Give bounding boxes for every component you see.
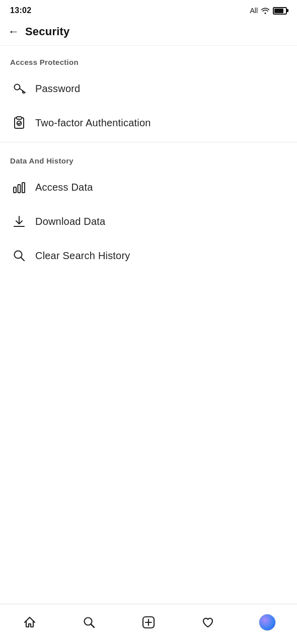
nav-search[interactable]	[77, 610, 102, 635]
page-title: Security	[25, 25, 69, 38]
access-data-label: Access Data	[35, 182, 93, 193]
svg-line-13	[21, 258, 25, 261]
battery-icon	[273, 7, 287, 15]
heart-icon	[201, 615, 215, 629]
bottom-nav	[0, 604, 297, 644]
shield-check-icon	[10, 114, 28, 132]
two-factor-label: Two-factor Authentication	[35, 117, 151, 129]
section-title-data-history: Data And History	[0, 144, 297, 170]
section-access-protection: Access Protection Password	[0, 46, 297, 140]
menu-item-password[interactable]: Password	[0, 71, 297, 106]
svg-rect-9	[22, 183, 25, 193]
signal-text: All	[250, 7, 258, 15]
nav-favorites[interactable]	[195, 610, 220, 635]
section-divider	[0, 142, 297, 142]
svg-point-0	[15, 85, 20, 90]
section-title-access-protection: Access Protection	[0, 46, 297, 71]
svg-rect-7	[14, 187, 16, 193]
menu-item-clear-search-history[interactable]: Clear Search History	[0, 238, 297, 273]
download-icon	[10, 212, 28, 230]
section-data-history: Data And History Access Data Do	[0, 144, 297, 273]
menu-item-two-factor[interactable]: Two-factor Authentication	[0, 106, 297, 140]
svg-rect-5	[17, 117, 22, 119]
nav-add[interactable]	[136, 610, 161, 635]
status-bar: 13:02 All	[0, 0, 297, 20]
home-icon	[23, 615, 37, 629]
search-nav-icon	[82, 615, 96, 629]
password-label: Password	[35, 83, 80, 95]
status-time: 13:02	[10, 6, 31, 15]
nav-home[interactable]	[17, 610, 42, 635]
content: Access Protection Password	[0, 46, 297, 604]
bar-chart-icon	[10, 178, 28, 196]
header: ← Security	[0, 20, 297, 46]
menu-item-access-data[interactable]: Access Data	[0, 170, 297, 204]
download-data-label: Download Data	[35, 216, 105, 227]
key-icon	[10, 79, 28, 98]
avatar-icon	[259, 614, 276, 631]
add-icon	[141, 615, 156, 629]
menu-item-download-data[interactable]: Download Data	[0, 204, 297, 238]
search-history-icon	[10, 247, 28, 265]
nav-profile[interactable]	[255, 610, 280, 635]
svg-rect-8	[18, 185, 21, 193]
status-icons: All	[250, 7, 287, 15]
back-button[interactable]: ←	[8, 26, 19, 37]
wifi-icon	[261, 7, 270, 14]
clear-search-history-label: Clear Search History	[35, 250, 130, 262]
svg-line-15	[91, 624, 95, 627]
